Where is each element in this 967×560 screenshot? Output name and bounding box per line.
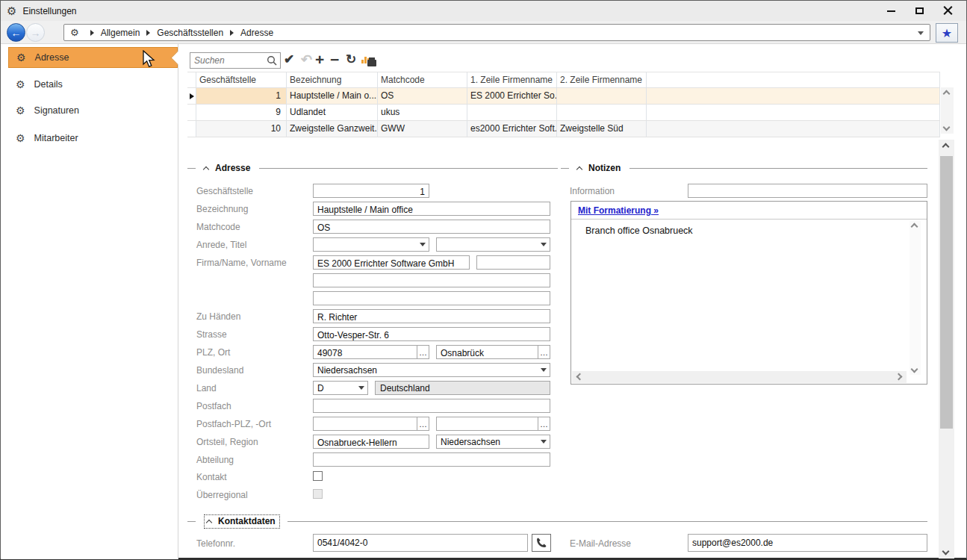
matchcode-input[interactable] [314,222,550,234]
postfach-input[interactable] [314,401,550,414]
firma-line2-field[interactable] [313,273,550,287]
table-scrollbar[interactable] [941,87,954,134]
postfach-ort-field[interactable]: … [436,417,550,431]
email-input[interactable] [688,535,927,551]
scroll-left-icon[interactable] [576,373,584,381]
cell-bezeichnung[interactable]: Hauptstelle / Main o... [287,88,378,104]
cell-geschaeftstelle[interactable]: 9 [196,105,287,120]
plz-input[interactable] [314,347,415,360]
vorname-field[interactable] [476,255,550,270]
dropdown-button[interactable] [417,238,429,251]
add-button[interactable]: + [315,52,324,68]
favorite-button[interactable]: ★ [936,23,958,43]
dropdown-button[interactable] [538,435,550,448]
breadcrumb-item-adresse[interactable]: Adresse [240,28,273,38]
telefon-input[interactable] [314,535,527,551]
sidebar-item-signaturen[interactable]: ⚙ Signaturen [8,100,178,121]
cell-geschaeftstelle[interactable]: 1 [196,88,287,104]
back-button[interactable]: ← [7,23,25,42]
cell-geschaeftstelle[interactable]: 10 [196,121,287,137]
row-selector[interactable] [187,121,196,137]
sidebar-item-mitarbeiter[interactable]: ⚙ Mitarbeiter [8,128,178,149]
refresh-button[interactable]: ↻ [346,52,356,68]
ort-input[interactable] [437,347,536,360]
cell-zeile2[interactable]: Zweigstelle Süd [557,121,647,137]
lookup-button[interactable]: … [538,417,550,430]
breadcrumb-item-allgemein[interactable]: Allgemein [101,28,140,38]
chevron-down-icon[interactable] [918,31,924,35]
lookup-button[interactable]: … [538,346,550,358]
geschaeftstelle-field[interactable] [313,184,429,198]
confirm-button[interactable]: ✔ [284,52,294,68]
cell-matchcode[interactable]: OS [378,88,467,104]
vorname-input[interactable] [477,258,550,270]
notes-horizontal-scrollbar[interactable] [572,371,907,383]
firma-line3-field[interactable] [313,291,550,305]
column-header[interactable]: 1. Zeile Firmenname [467,72,557,87]
column-header[interactable]: Bezeichnung [287,72,378,87]
dropdown-button[interactable] [538,364,550,376]
firma-name-input[interactable] [314,258,469,270]
postfach-ort-input[interactable] [437,419,536,432]
bundesland-dropdown[interactable]: Niedersachsen [313,363,550,377]
information-field[interactable] [688,184,927,198]
column-header[interactable]: Matchcode [378,72,467,87]
cell-bezeichnung[interactable]: Udlandet [287,105,378,120]
scrollbar-thumb[interactable] [940,156,953,429]
kontakt-checkbox[interactable] [313,471,323,481]
cell-zeile1[interactable]: ES 2000 Errichter So... [467,88,557,104]
firma-name-field[interactable] [313,255,470,270]
scroll-down-icon[interactable] [911,366,918,373]
strasse-field[interactable] [313,327,550,341]
email-field[interactable] [688,534,927,552]
abteilung-field[interactable] [313,452,550,467]
formatting-link[interactable]: Mit Formatierung » [578,205,659,216]
information-input[interactable] [688,186,927,199]
forward-button[interactable]: → [26,23,45,42]
search-input[interactable] [194,55,263,66]
ortsteil-input[interactable] [314,437,429,449]
content-scrollbar[interactable] [939,140,954,559]
row-selector[interactable] [187,88,196,104]
matchcode-field[interactable] [313,220,550,234]
section-title[interactable]: Kontaktdaten [218,516,276,526]
collapse-chevron-icon[interactable] [576,166,582,172]
scroll-up-icon[interactable] [911,223,918,231]
note-text[interactable]: Branch office Osnabrueck [585,225,693,236]
scroll-down-icon[interactable] [943,124,951,131]
minimize-button[interactable] [880,2,902,20]
cell-bezeichnung[interactable]: Zweigstelle Ganzweit... [287,121,378,137]
section-title[interactable]: Notizen [588,163,621,173]
postfach-plz-field[interactable]: … [313,417,429,431]
collapse-chevron-icon[interactable] [203,166,209,172]
lookup-button[interactable]: … [417,346,429,358]
geschaeftstelle-input[interactable] [314,186,429,199]
sidebar-item-details[interactable]: ⚙ Details [8,74,178,95]
table-row[interactable]: 10 Zweigstelle Ganzweit... GWW es2000 Er… [187,121,940,137]
ort-field[interactable]: … [436,345,550,359]
scroll-right-icon[interactable] [895,373,903,381]
land-dropdown[interactable]: D [313,381,368,395]
zu-haenden-field[interactable] [313,309,550,323]
cell-matchcode[interactable]: GWW [378,121,467,137]
anrede-dropdown[interactable] [313,237,429,252]
scroll-up-icon[interactable] [943,90,951,98]
titel-dropdown[interactable] [436,237,550,252]
maximize-button[interactable] [908,2,930,20]
notes-vertical-scrollbar[interactable] [910,221,921,375]
collapse-chevron-icon[interactable] [206,519,212,525]
bezeichnung-input[interactable] [314,204,550,217]
breadcrumb-item-geschaeftsstellen[interactable]: Geschäftsstellen [157,28,223,38]
abteilung-input[interactable] [314,455,550,467]
telefon-field[interactable] [313,534,528,552]
cell-zeile2[interactable] [557,88,647,104]
close-button[interactable] [936,2,959,20]
ortsteil-field[interactable] [313,435,429,449]
scroll-down-icon[interactable] [942,548,950,556]
table-row[interactable]: 9 Udlandet ukus [187,105,940,121]
breadcrumb[interactable]: ⚙ Allgemein Geschäftsstellen Adresse [63,24,930,41]
region-dropdown[interactable]: Niedersachsen [436,435,550,449]
section-focus-box[interactable]: Kontaktdaten [204,514,280,529]
cell-zeile2[interactable] [557,105,647,120]
lookup-button[interactable]: … [417,417,429,430]
